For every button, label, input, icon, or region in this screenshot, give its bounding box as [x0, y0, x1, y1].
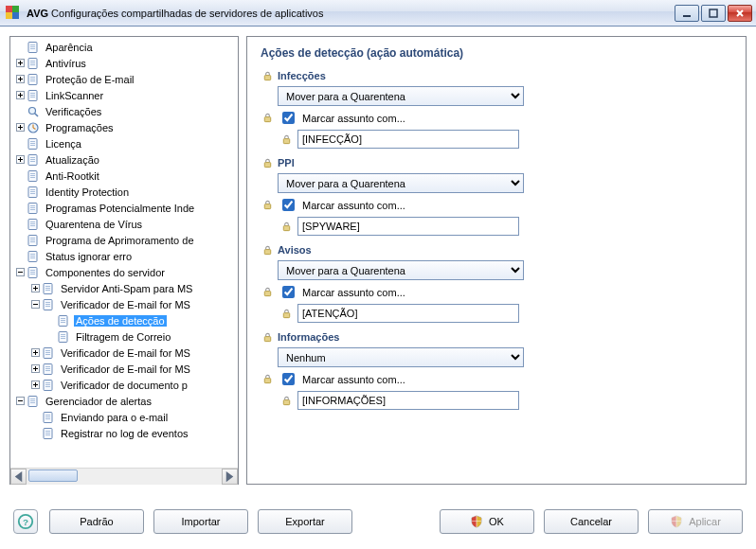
page-icon: [26, 249, 41, 264]
tree-item-label: Filtragem de Correio: [74, 331, 172, 343]
close-button[interactable]: [728, 5, 752, 22]
mark-subject-label: Marcar assunto com...: [302, 374, 405, 385]
tree-item[interactable]: Identity Protection: [10, 184, 238, 200]
detection-section: InformaçõesMover para a QuarentenaNenhum…: [261, 330, 732, 410]
default-button[interactable]: Padrão: [49, 509, 144, 534]
subject-text-row: [297, 304, 732, 323]
subject-text-input[interactable]: [297, 130, 519, 149]
mark-subject-row: Marcar assunto com...: [278, 283, 732, 301]
tree-item[interactable]: Registrar no log de eventos: [10, 425, 238, 441]
tree-item[interactable]: Atualização: [10, 151, 238, 168]
tree-item[interactable]: Programas Potencialmente Inde: [10, 200, 238, 216]
tree-item[interactable]: Antivírus: [10, 55, 238, 71]
page-icon: [26, 201, 41, 216]
tree-item[interactable]: Anti-Rootkit: [10, 168, 238, 184]
expand-icon[interactable]: [29, 284, 41, 292]
tree-item[interactable]: Verificador de E-mail for MS: [10, 296, 238, 312]
section-title: PPI: [278, 157, 295, 168]
svg-point-29: [29, 107, 36, 114]
tree-item[interactable]: Proteção de E-mail: [10, 71, 238, 87]
window-title: AVG Configurações compartilhadas de serv…: [27, 8, 675, 19]
scroll-left-button[interactable]: [10, 469, 27, 485]
expand-icon[interactable]: [29, 381, 41, 389]
tree-item-label: Programa de Aprimoramento de: [44, 235, 196, 246]
expand-icon[interactable]: [14, 91, 26, 99]
tree-item[interactable]: Verificações: [10, 103, 238, 119]
tree-item-label: Antivírus: [44, 58, 88, 69]
maximize-button[interactable]: [701, 5, 726, 22]
tree-item[interactable]: Ações de detecção: [10, 312, 238, 328]
expand-icon[interactable]: [14, 75, 26, 83]
tree-item-label: Proteção de E-mail: [44, 74, 136, 85]
tree-item-label: Licença: [44, 138, 83, 150]
tree-item[interactable]: Filtragem de Correio: [10, 328, 238, 345]
help-button[interactable]: ?: [13, 509, 38, 534]
mark-subject-label: Marcar assunto com...: [302, 113, 405, 124]
expand-icon[interactable]: [14, 59, 26, 67]
scroll-right-button[interactable]: [222, 469, 238, 485]
settings-tree: AparênciaAntivírusProteção de E-mailLink…: [9, 36, 239, 485]
tree-horizontal-scrollbar[interactable]: [10, 468, 238, 484]
action-select[interactable]: Mover para a QuarentenaNenhum: [278, 260, 524, 280]
action-select[interactable]: Mover para a QuarentenaNenhum: [278, 173, 524, 193]
tree-item-label: Gerenciador de alertas: [44, 396, 153, 407]
svg-rect-143: [264, 292, 270, 296]
page-icon: [41, 410, 56, 425]
mark-subject-checkbox[interactable]: [282, 373, 295, 385]
tree-item[interactable]: Programações: [10, 119, 238, 135]
tree-item[interactable]: Programa de Aprimoramento de: [10, 232, 238, 248]
subject-text-input[interactable]: [297, 217, 519, 236]
expand-icon[interactable]: [14, 123, 26, 132]
page-icon: [26, 72, 41, 87]
scroll-track[interactable]: [27, 469, 222, 485]
page-icon: [26, 40, 41, 55]
svg-rect-146: [264, 379, 270, 383]
tree-item[interactable]: Servidor Anti-Spam para MS: [10, 280, 238, 296]
tree-item[interactable]: Enviando para o e-mail: [10, 409, 238, 425]
page-icon: [26, 394, 41, 409]
tree-scroll[interactable]: AparênciaAntivírusProteção de E-mailLink…: [10, 37, 238, 468]
expand-icon[interactable]: [29, 364, 41, 373]
clock-icon: [26, 120, 41, 135]
tree-item[interactable]: Gerenciador de alertas: [10, 393, 238, 409]
page-title: Ações de detecção (ação automática): [261, 46, 732, 60]
action-select[interactable]: Mover para a QuarentenaNenhum: [278, 347, 524, 367]
tree-item[interactable]: Verificador de E-mail for MS: [10, 361, 238, 377]
collapse-icon[interactable]: [29, 300, 41, 309]
tree-item[interactable]: Verificador de documento p: [10, 377, 238, 393]
tree-item[interactable]: Verificador de E-mail for MS: [10, 345, 238, 361]
action-select[interactable]: Mover para a QuarentenaNenhum: [278, 86, 524, 106]
collapse-icon[interactable]: [14, 268, 26, 276]
mark-subject-checkbox[interactable]: [282, 286, 295, 298]
export-button[interactable]: Exportar: [258, 509, 352, 534]
apply-button[interactable]: Aplicar: [648, 509, 743, 534]
lock-icon: [279, 133, 293, 146]
tree-item[interactable]: Aparência: [10, 39, 238, 55]
tree-item-label: LinkScanner: [44, 90, 105, 101]
section-header: PPI: [261, 156, 732, 169]
minimize-button[interactable]: [675, 5, 699, 22]
expand-icon[interactable]: [14, 155, 26, 164]
mark-subject-checkbox[interactable]: [282, 199, 295, 211]
tree-item-label: Atualização: [44, 154, 101, 166]
expand-icon[interactable]: [29, 348, 41, 357]
cancel-button[interactable]: Cancelar: [544, 509, 639, 534]
page-icon: [41, 297, 56, 312]
tree-item[interactable]: Status ignorar erro: [10, 248, 238, 264]
lock-icon: [279, 307, 293, 320]
tree-item-label: Ações de detecção: [74, 315, 167, 327]
mark-subject-checkbox[interactable]: [282, 112, 295, 124]
svg-rect-138: [283, 138, 289, 143]
collapse-icon[interactable]: [14, 397, 26, 405]
tree-item[interactable]: LinkScanner: [10, 87, 238, 103]
mark-subject-label: Marcar assunto com...: [302, 200, 405, 211]
import-button[interactable]: Importar: [153, 509, 248, 534]
subject-text-input[interactable]: [297, 391, 519, 410]
window-title-rest: Configurações compartilhadas de servidor…: [51, 8, 323, 19]
scroll-thumb[interactable]: [28, 469, 78, 482]
tree-item[interactable]: Licença: [10, 135, 238, 151]
tree-item[interactable]: Quarentena de Vírus: [10, 216, 238, 232]
tree-item[interactable]: Componentes do servidor: [10, 264, 238, 280]
ok-button[interactable]: OK: [440, 509, 534, 534]
subject-text-input[interactable]: [297, 304, 519, 323]
